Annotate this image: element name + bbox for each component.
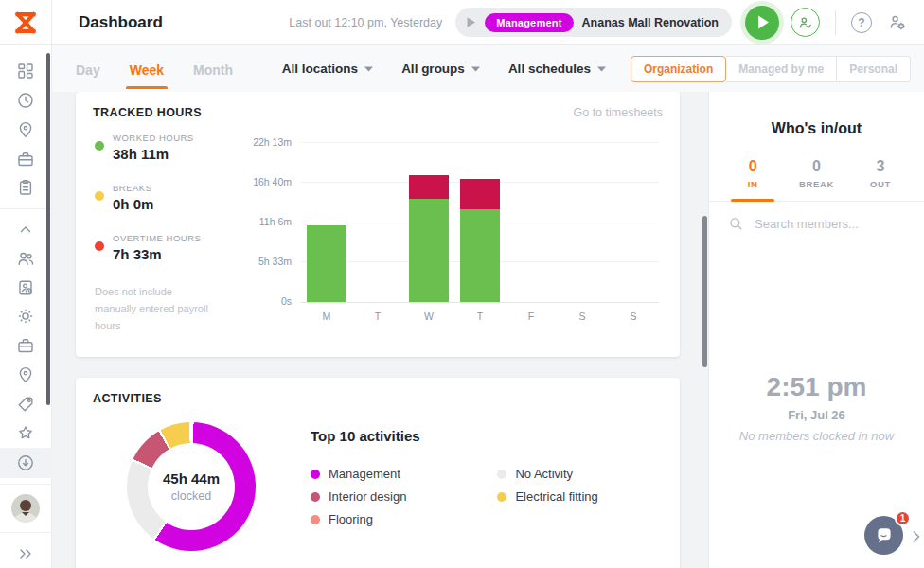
legend-dot — [497, 492, 506, 502]
double-chevron-right-icon[interactable] — [0, 539, 52, 568]
location-pin-icon[interactable] — [0, 115, 52, 145]
search-members — [709, 202, 924, 241]
play-icon — [465, 15, 477, 29]
dropdown-all-locations[interactable]: All locations — [282, 62, 373, 76]
dropdown-label: All schedules — [508, 62, 591, 76]
chart-note: Does not include manually entered payrol… — [95, 283, 214, 334]
search-members-input[interactable] — [753, 216, 895, 232]
tab-count: 3 — [864, 158, 897, 175]
legend-label: No Activity — [515, 467, 573, 481]
worked-segment — [409, 199, 449, 302]
dropdown-label: All groups — [401, 62, 465, 76]
tracked-hours-card: TRACKED HOURS Go to timesheets WORKED HO… — [76, 92, 680, 357]
clock-in-member-button[interactable] — [791, 8, 820, 37]
legend-item: BREAKS0h 0m — [95, 183, 237, 212]
legend-label: Interior design — [329, 489, 406, 504]
dropdown-label: All locations — [282, 62, 358, 76]
hourglass-logo-icon — [11, 9, 40, 37]
clocked-total: 45h 44m — [163, 470, 220, 487]
stacked-bar[interactable] — [460, 179, 500, 302]
overtime-segment — [409, 175, 449, 199]
star-icon[interactable] — [0, 418, 52, 448]
briefcase-icon[interactable] — [0, 144, 52, 173]
chevron-up-icon[interactable] — [0, 215, 52, 244]
chat-bubble-icon — [873, 524, 896, 547]
timer-activity-pill[interactable]: Management Ananas Mall Renovation — [455, 8, 732, 37]
tag-icon[interactable] — [0, 389, 52, 418]
scope-button-personal[interactable]: Personal — [837, 56, 911, 82]
empty-state-message: No members clocked in now — [709, 429, 924, 443]
activities-legend: ManagementInterior designFlooringNo Acti… — [311, 467, 598, 535]
user-avatar[interactable] — [0, 490, 52, 526]
stacked-bar[interactable] — [307, 225, 346, 302]
app-logo[interactable] — [0, 0, 52, 44]
tab-day[interactable]: Day — [74, 49, 102, 89]
start-timer-button[interactable] — [745, 6, 779, 40]
legend-dot — [95, 241, 104, 251]
y-axis-tick: 22h 13m — [233, 136, 292, 148]
activity-name: Ananas Mall Renovation — [582, 16, 719, 29]
admin-settings-button[interactable] — [887, 12, 907, 32]
divider — [0, 532, 52, 533]
clock-icon[interactable] — [0, 86, 52, 115]
tab-label: IN — [737, 179, 769, 189]
scope-button-managed-by-me[interactable]: Managed by me — [726, 56, 837, 82]
chevron-down-icon — [471, 66, 480, 72]
legend-dot — [95, 141, 104, 151]
tab-week[interactable]: Week — [128, 49, 166, 89]
download-icon[interactable] — [0, 448, 52, 479]
tab-count: 0 — [799, 158, 834, 175]
activity-legend-item: Electrical fitting — [497, 489, 597, 504]
scope-button-group: OrganizationManaged by mePersonal — [631, 56, 911, 82]
activities-title: ACTIVITIES — [93, 392, 162, 405]
legend-label: OVERTIME HOURS — [113, 233, 201, 243]
activities-card: ACTIVITIES 45h 44m clocked Top 10 activi… — [76, 378, 680, 568]
x-axis-label: T — [352, 311, 403, 322]
chevron-down-icon — [597, 66, 606, 72]
in-out-tabs: 0IN0BREAK3OUT — [709, 158, 924, 202]
tab-label: BREAK — [799, 179, 834, 189]
activity-legend-item: Management — [311, 467, 406, 481]
panel-collapse-chevron[interactable] — [910, 530, 923, 543]
tracked-hours-title: TRACKED HOURS — [93, 106, 202, 119]
chat-notification-badge: 1 — [895, 510, 911, 526]
go-to-timesheets-link[interactable]: Go to timesheets — [574, 106, 664, 119]
search-icon — [728, 216, 744, 232]
x-axis-label: F — [506, 311, 557, 322]
y-axis-tick: 0s — [233, 295, 292, 307]
main-content: TRACKED HOURS Go to timesheets WORKED HO… — [52, 92, 708, 568]
stacked-bar[interactable] — [409, 175, 449, 302]
scope-button-organization[interactable]: Organization — [631, 56, 726, 82]
legend-value: 0h 0m — [113, 196, 153, 212]
legend-label: Flooring — [329, 512, 373, 526]
last-out-status: Last out 12:10 pm, Yesterday — [289, 16, 442, 29]
activity-legend-item: Interior design — [311, 489, 406, 504]
help-button[interactable]: ? — [851, 12, 872, 33]
sidebar-nav — [0, 45, 52, 568]
content-scrollbar[interactable] — [702, 216, 707, 367]
briefcase-icon-2[interactable] — [0, 331, 52, 361]
clipboard-icon[interactable] — [0, 173, 52, 203]
gridline — [301, 142, 659, 143]
in-out-tab-break[interactable]: 0BREAK — [799, 158, 834, 189]
panel-title: Who's in/out — [709, 120, 924, 137]
sidebar-scrollbar[interactable] — [46, 53, 50, 405]
id-card-icon[interactable] — [0, 273, 52, 302]
dropdown-all-groups[interactable]: All groups — [401, 62, 480, 76]
in-out-tab-in[interactable]: 0IN — [737, 158, 769, 189]
view-tabs: DayWeekMonth — [74, 49, 235, 89]
person-check-icon — [797, 14, 813, 31]
legend-value: 38h 11m — [113, 146, 194, 162]
people-icon[interactable] — [0, 244, 52, 274]
location-pin-icon-2[interactable] — [0, 361, 52, 390]
y-axis-tick: 16h 40m — [233, 176, 292, 187]
group-badge: Management — [485, 13, 573, 32]
dashboard-grid-icon[interactable] — [0, 57, 52, 86]
dropdown-all-schedules[interactable]: All schedules — [508, 62, 606, 76]
page-title: Dashboard — [79, 13, 163, 32]
whos-in-out-panel: Who's in/out 0IN0BREAK3OUT 2:51 pm Fri, … — [708, 92, 924, 568]
in-out-tab-out[interactable]: 3OUT — [864, 158, 897, 189]
legend-dot — [311, 470, 320, 479]
tab-month[interactable]: Month — [191, 49, 235, 89]
brightness-settings-icon[interactable] — [0, 302, 52, 331]
